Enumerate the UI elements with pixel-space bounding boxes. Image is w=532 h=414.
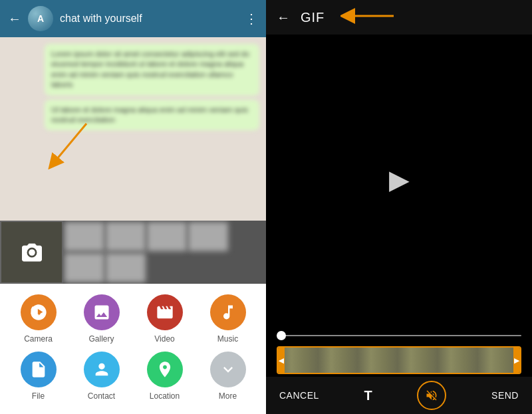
menu-item-location[interactable]: Location bbox=[147, 352, 183, 401]
contact-icon bbox=[92, 360, 111, 379]
location-label: Location bbox=[150, 391, 180, 401]
contact-icon-circle bbox=[84, 352, 120, 387]
scrubber-area: ◀ ▶ bbox=[266, 324, 532, 377]
camera-label: Camera bbox=[24, 334, 53, 344]
menu-item-more[interactable]: More bbox=[210, 352, 246, 401]
avatar: A bbox=[28, 6, 53, 31]
filmstrip-handle-right[interactable]: ▶ bbox=[513, 348, 520, 373]
chat-title: chat with yourself bbox=[60, 13, 238, 25]
thumbnail bbox=[65, 253, 104, 282]
back-button[interactable]: ← bbox=[8, 11, 21, 27]
file-icon bbox=[29, 360, 48, 379]
play-button[interactable]: ▶ bbox=[389, 164, 410, 195]
gif-back-button[interactable]: ← bbox=[277, 10, 290, 25]
gallery-icon-circle bbox=[84, 294, 120, 330]
filmstrip[interactable]: ◀ ▶ bbox=[277, 346, 521, 374]
progress-line bbox=[277, 335, 521, 336]
menu-item-video[interactable]: Video bbox=[147, 294, 183, 344]
more-icon-circle bbox=[210, 352, 246, 387]
progress-thumb[interactable] bbox=[277, 331, 286, 340]
gif-title: GIF bbox=[301, 10, 325, 25]
arrow-annotation bbox=[40, 117, 100, 179]
music-icon bbox=[219, 303, 237, 322]
cancel-button[interactable]: CANCEL bbox=[279, 390, 319, 401]
more-label: More bbox=[219, 391, 237, 401]
gallery-label: Gallery bbox=[88, 334, 114, 344]
filmstrip-handle-left[interactable]: ◀ bbox=[278, 348, 285, 373]
file-label: File bbox=[32, 391, 45, 401]
menu-item-camera[interactable]: Camera bbox=[21, 294, 57, 344]
location-icon-circle bbox=[147, 352, 183, 387]
video-icon-circle bbox=[147, 294, 183, 330]
chat-header: ← A chat with yourself ⋮ bbox=[0, 0, 266, 37]
chat-messages: Lorem ipsum dolor sit amet consectetur a… bbox=[0, 37, 266, 221]
menu-item-gallery[interactable]: Gallery bbox=[84, 294, 120, 344]
contact-label: Contact bbox=[88, 391, 115, 401]
file-icon-circle bbox=[21, 352, 57, 387]
music-icon-circle bbox=[210, 294, 246, 330]
menu-row-1: Camera Gallery Video bbox=[7, 294, 259, 344]
chevron-down-icon bbox=[219, 360, 237, 379]
camera-icon-circle bbox=[21, 294, 57, 330]
camera-thumb[interactable] bbox=[0, 221, 63, 284]
mute-icon bbox=[425, 389, 438, 402]
gif-arrow-annotation bbox=[340, 8, 400, 27]
gif-toolbar: CANCEL T SEND bbox=[266, 377, 532, 414]
video-label: Video bbox=[154, 334, 174, 344]
menu-item-file[interactable]: File bbox=[21, 352, 57, 401]
camera-icon bbox=[20, 241, 44, 264]
menu-item-music[interactable]: Music bbox=[210, 294, 246, 344]
video-icon bbox=[156, 303, 174, 322]
aperture-icon bbox=[29, 303, 48, 322]
more-options-button[interactable]: ⋮ bbox=[245, 11, 258, 27]
menu-item-contact[interactable]: Contact bbox=[84, 352, 120, 401]
thumbnail bbox=[106, 222, 146, 251]
thumbnail bbox=[147, 222, 187, 251]
thumbnail-grid bbox=[63, 221, 266, 284]
svg-line-1 bbox=[53, 124, 86, 163]
thumbnail bbox=[106, 253, 146, 282]
left-panel: ← A chat with yourself ⋮ Lorem ipsum dol… bbox=[0, 0, 266, 414]
gallery-icon bbox=[92, 303, 111, 322]
attachment-menu: Camera Gallery Video bbox=[0, 284, 266, 414]
video-area[interactable]: ▶ bbox=[266, 35, 532, 324]
message-bubble: Lorem ipsum dolor sit amet consectetur a… bbox=[45, 44, 259, 96]
location-icon bbox=[156, 360, 174, 379]
gif-header: ← GIF bbox=[266, 0, 532, 35]
music-label: Music bbox=[217, 334, 238, 344]
text-tool-button[interactable]: T bbox=[364, 388, 372, 403]
camera-strip bbox=[0, 221, 266, 284]
right-panel: ← GIF ▶ ◀ ▶ bbox=[266, 0, 532, 414]
progress-bar[interactable] bbox=[277, 329, 521, 342]
send-button[interactable]: SEND bbox=[491, 390, 519, 401]
menu-row-2: File Contact Location bbox=[7, 352, 259, 401]
mute-button[interactable] bbox=[417, 381, 446, 410]
thumbnail bbox=[188, 222, 228, 251]
thumbnail bbox=[65, 222, 104, 251]
